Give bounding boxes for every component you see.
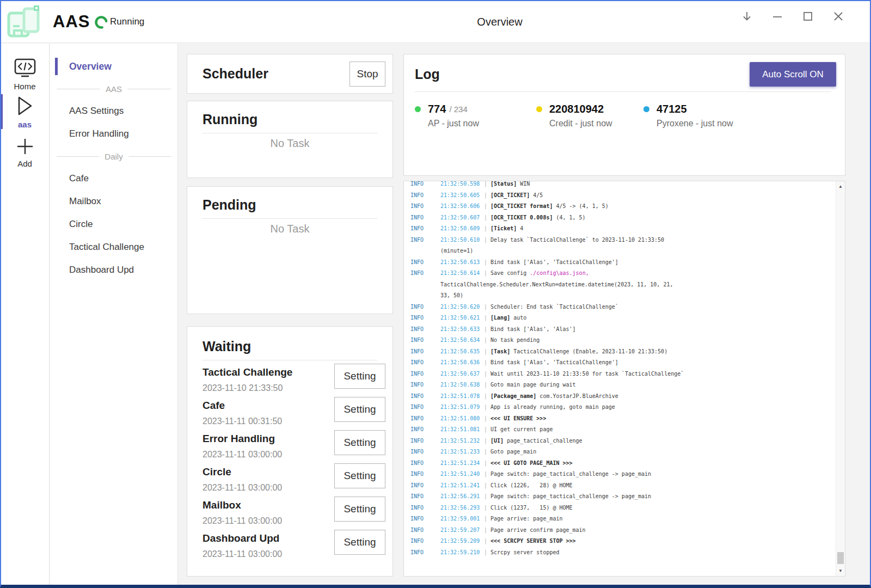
nav-item-aas-settings[interactable]: AAS Settings [50, 100, 177, 122]
task-next-run: 2023-11-11 03:00:00 [203, 549, 282, 559]
waiting-task-row: Tactical Challenge2023-11-10 21:33:50Set… [203, 364, 385, 397]
task-setting-button[interactable]: Setting [334, 463, 385, 488]
app-logo-icon [5, 4, 41, 39]
log-line: INFO21:32:50.635| [Task] TacticalChallen… [410, 346, 834, 358]
divider [203, 360, 377, 360]
divider [203, 218, 377, 219]
log-line: INFO21:32:59.210| Scrcpy server stopped [410, 547, 834, 559]
stat-value: 47125 [657, 103, 687, 115]
left-rail: Home aas Add [0, 44, 50, 585]
stat-label: AP - just now [428, 119, 536, 128]
log-line: INFO21:32:50.598| [Status] WIN [410, 181, 834, 190]
log-line: INFO21:32:50.620| Scheduler: End task `T… [410, 302, 834, 313]
plus-icon [16, 137, 34, 156]
log-line: INFO21:32:51.234| <<< UI GOTO PAGE_MAIN … [410, 458, 834, 469]
log-line: INFO21:32:50.613| Bind task ['Alas', 'Ta… [410, 257, 834, 268]
scrollbar-thumb[interactable] [837, 552, 844, 564]
log-line: INFO21:32:51.078| [Package_name] com.Yos… [410, 391, 834, 402]
waiting-task-row: Circle2023-11-11 03:00:00Setting [203, 463, 385, 497]
stat-dot-icon [415, 106, 421, 112]
task-name: Tactical Challenge [203, 366, 292, 378]
log-line: INFO21:32:50.610| Delay task `TacticalCh… [410, 235, 834, 246]
page-title: Overview [477, 16, 522, 28]
stat-dot-icon [643, 106, 649, 112]
log-line: INFO21:32:56.293| Click (1237, 15) @ HOM… [410, 503, 834, 514]
rail-item-label: aas [0, 120, 50, 129]
log-scrollbar[interactable]: ▲ ▼ [836, 181, 845, 576]
task-next-run: 2023-11-11 03:00:00 [203, 516, 282, 526]
scheduler-title: Scheduler [203, 66, 268, 82]
nav-section-divider: Daily [50, 145, 177, 167]
log-line: INFO21:32:59.207| Page arrive confirm pa… [410, 525, 834, 536]
log-output[interactable]: INFO21:32:50.598| [Status] WININFO21:32:… [403, 181, 845, 577]
log-title: Log [415, 66, 440, 82]
waiting-title: Waiting [203, 339, 385, 354]
task-next-run: 2023-11-11 00:31:50 [203, 416, 282, 426]
rail-item-aas[interactable]: aas [0, 95, 50, 129]
resource-stat: 774/ 234AP - just now [415, 102, 536, 128]
resource-stat: 220810942Credit - just now [536, 102, 643, 128]
task-setting-button[interactable]: Setting [334, 530, 385, 555]
scroll-up-icon[interactable]: ▲ [836, 184, 845, 189]
log-line: INFO21:32:50.638| Goto main page during … [410, 379, 834, 391]
waiting-task-row: Cafe2023-11-11 00:31:50Setting [203, 397, 385, 430]
stat-suffix: / 234 [449, 105, 467, 114]
task-next-run: 2023-11-11 03:00:00 [203, 483, 282, 493]
log-line: INFO21:32:59.001| Page arrive: page_main [410, 513, 834, 525]
nav-item-error-handling[interactable]: Error Handling [50, 122, 177, 145]
minimize-button[interactable] [769, 8, 786, 25]
log-line: INFO21:32:51.240| Page switch: page_tact… [410, 469, 834, 480]
scroll-down-icon[interactable]: ▼ [836, 568, 845, 573]
log-line: INFO21:32:50.614| Save config ./config\a… [410, 268, 834, 279]
task-name: Circle [203, 466, 282, 478]
log-line: INFO21:32:51.081| UI get current page [410, 424, 834, 436]
nav-panel: OverviewAASAAS SettingsError HandlingDai… [50, 44, 178, 585]
close-button[interactable] [830, 8, 847, 25]
stop-button[interactable]: Stop [349, 62, 385, 87]
log-line: INFO21:32:50.621| [Lang] auto [410, 313, 834, 324]
running-title: Running [203, 112, 377, 127]
auto-scroll-button[interactable]: Auto Scroll ON [750, 62, 836, 87]
pending-title: Pending [203, 197, 377, 213]
rail-item-label: Home [0, 82, 50, 91]
nav-item-cafe[interactable]: Cafe [50, 167, 177, 190]
nav-item-mailbox[interactable]: Mailbox [50, 190, 177, 213]
stat-label: Credit - just now [549, 119, 643, 128]
maximize-button[interactable] [799, 8, 817, 25]
app-status: Running [110, 16, 144, 27]
task-name: Mailbox [203, 499, 282, 511]
nav-item-circle[interactable]: Circle [50, 213, 177, 236]
app-name: AAS [53, 12, 90, 32]
nav-section-divider: AAS [50, 78, 177, 100]
log-line: INFO21:32:56.291| Page switch: page_tact… [410, 491, 834, 503]
waiting-task-row: Mailbox2023-11-11 03:00:00Setting [203, 497, 385, 530]
download-arrow-button[interactable] [738, 8, 756, 25]
rail-item-home[interactable]: Home [0, 58, 50, 91]
log-line: INFO21:32:50.606| [OCR_TICKET format] 4/… [410, 201, 834, 212]
task-setting-button[interactable]: Setting [334, 364, 385, 389]
divider [415, 91, 831, 92]
waiting-task-row: Error Handling2023-11-11 03:00:00Setting [203, 430, 385, 463]
log-line: INFO21:32:50.634| No task pending [410, 335, 834, 346]
task-name: Error Handling [203, 433, 282, 445]
log-line: INFO21:32:51.232| [UI] page_tactical_cha… [410, 436, 834, 447]
nav-item-dashboard-upd[interactable]: Dashboard Upd [50, 259, 177, 281]
log-line: INFO21:32:51.241| Click (1226, 28) @ HOM… [410, 480, 834, 492]
stat-dot-icon [536, 106, 542, 112]
log-line: INFO21:32:50.607| [OCR_TICKET 0.008s] (4… [410, 212, 834, 224]
stat-value: 220810942 [549, 103, 604, 115]
resource-stat: 47125Pyroxene - just now [643, 102, 733, 128]
waiting-task-row: Dashboard Upd2023-11-11 03:00:00Setting [203, 530, 385, 563]
rail-item-add[interactable]: Add [0, 137, 50, 168]
task-setting-button[interactable]: Setting [334, 497, 385, 522]
task-next-run: 2023-11-11 03:00:00 [203, 450, 282, 460]
code-monitor-icon [13, 58, 38, 78]
nav-item-overview[interactable]: Overview [50, 55, 177, 78]
nav-item-tactical-challenge[interactable]: Tactical Challenge [50, 236, 177, 259]
running-empty-label: No Task [203, 137, 377, 150]
log-line: (minute=1) [410, 246, 834, 257]
task-setting-button[interactable]: Setting [334, 430, 385, 455]
task-name: Dashboard Upd [203, 532, 282, 544]
log-line: INFO21:32:51.080| <<< UI ENSURE >>> [410, 413, 834, 425]
task-setting-button[interactable]: Setting [334, 397, 385, 422]
